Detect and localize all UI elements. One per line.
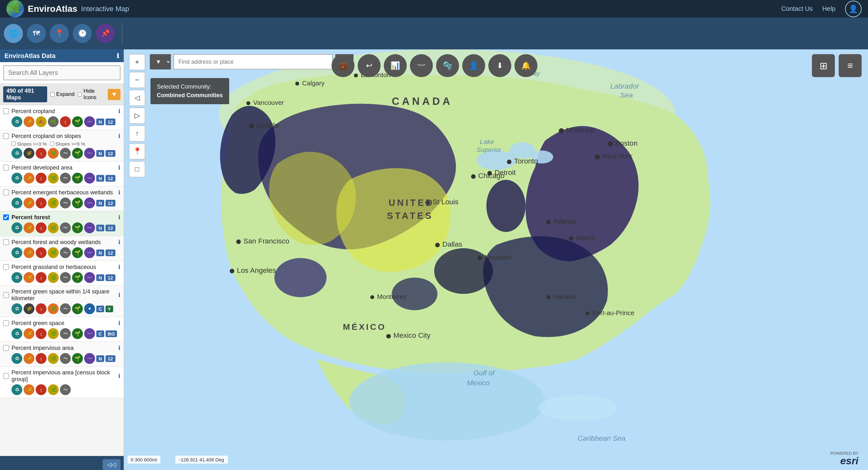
layer-icon[interactable]: 🌿 <box>48 173 59 184</box>
layer-checkbox-green-space[interactable] <box>3 320 9 326</box>
layer-info-btn[interactable]: ℹ <box>118 164 121 171</box>
layer-info-btn[interactable]: ℹ <box>118 132 121 139</box>
layer-icon[interactable]: 〜 <box>60 197 71 209</box>
layer-checkbox-green-space-quarter[interactable] <box>3 292 9 298</box>
layer-icon[interactable]: ♻ <box>11 247 22 258</box>
layer-checkbox-percent-cropland-slopes[interactable] <box>3 133 9 139</box>
layer-icon[interactable]: 〰 <box>84 197 95 209</box>
layer-icon[interactable]: 🍂 <box>36 116 46 127</box>
layer-icon[interactable]: 〰 <box>84 116 95 127</box>
layer-icon[interactable]: 🌾 <box>24 328 34 339</box>
layer-icon[interactable]: ↕ <box>36 148 46 159</box>
layer-icon[interactable]: ♻ <box>11 303 22 314</box>
layer-icon[interactable]: 🌾 <box>24 173 34 184</box>
layer-icon[interactable]: ♻ <box>11 384 22 395</box>
layer-icon[interactable]: ↕ <box>36 173 46 184</box>
layer-icon[interactable]: 🌾 <box>24 272 34 283</box>
layer-icon[interactable]: ↕ <box>36 222 46 233</box>
layer-icon[interactable]: 🌱 <box>72 222 83 233</box>
tab-globe[interactable]: 🌐 <box>4 24 23 43</box>
layer-icon[interactable]: ✦ <box>84 303 95 314</box>
help-link[interactable]: Help <box>823 5 836 12</box>
layer-checkbox-impervious[interactable] <box>3 345 9 351</box>
sidebar-collapse-btn[interactable]: ◁◁ <box>103 459 121 470</box>
alert-tool-button[interactable]: 🔔 <box>515 54 537 77</box>
layer-icon[interactable]: 🌱 <box>72 353 83 364</box>
layer-info-btn[interactable]: ℹ <box>118 214 121 221</box>
layer-icon[interactable]: ↕ <box>36 328 46 339</box>
layer-icon[interactable]: 🌱 <box>72 197 83 209</box>
nav-back-button[interactable]: ◁ <box>129 90 145 106</box>
layer-icon[interactable]: 🌱 <box>72 247 83 258</box>
layer-icon[interactable]: ♻ <box>11 116 22 127</box>
contact-link[interactable]: Contact Us <box>781 5 813 12</box>
layer-icon[interactable]: ↕ <box>60 116 71 127</box>
layer-icon[interactable]: ↕ <box>36 272 46 283</box>
layer-icon[interactable]: 〰 <box>84 222 95 233</box>
layer-icon[interactable]: 〜 <box>60 222 71 233</box>
nav-locate-button[interactable]: 📍 <box>129 144 145 159</box>
layer-icon[interactable]: 🌿 <box>48 353 59 364</box>
layer-icon[interactable]: 〜 <box>60 328 71 339</box>
layer-icon[interactable]: ↕ <box>36 353 46 364</box>
layer-icon[interactable]: 🌿 <box>48 384 59 395</box>
layer-info-btn[interactable]: ℹ <box>118 239 121 246</box>
tab-bookmark[interactable]: 📌 <box>96 24 115 43</box>
layer-icon[interactable]: 🌾 <box>24 148 34 159</box>
map-search-dropdown[interactable]: ▼ <box>150 54 171 69</box>
info-icon[interactable]: ℹ <box>117 52 119 60</box>
nav-extent-button[interactable]: □ <box>129 161 145 177</box>
layer-icon[interactable]: ↕ <box>36 197 46 209</box>
basemap-tool-button[interactable]: ⊞ <box>812 54 835 77</box>
layer-icon[interactable]: 🌱 <box>72 303 83 314</box>
layer-checkbox-forest-woody[interactable] <box>3 239 9 245</box>
filter-button[interactable]: ▼ <box>108 89 121 100</box>
layer-info-btn[interactable]: ℹ <box>118 320 121 326</box>
layer-icon[interactable]: 🌿 <box>48 247 59 258</box>
layer-checkbox-percent-developed[interactable] <box>3 165 9 170</box>
layer-icon[interactable]: ↕ <box>36 303 46 314</box>
layer-icon[interactable]: 🌾 <box>24 247 34 258</box>
layer-icon[interactable]: 🌿 <box>48 116 59 127</box>
layer-icon[interactable]: 🌾 <box>24 116 34 127</box>
layer-icon[interactable]: ♻ <box>11 222 22 233</box>
layer-icon[interactable]: ↕ <box>36 247 46 258</box>
layer-info-btn[interactable]: ℹ <box>118 108 121 115</box>
layer-icon[interactable]: 🌱 <box>72 148 83 159</box>
layer-info-btn[interactable]: ℹ <box>118 263 121 271</box>
layer-icon[interactable]: ♻ <box>11 197 22 209</box>
layers-list-button[interactable]: ≡ <box>839 54 862 77</box>
layer-icon[interactable]: 🌱 <box>72 173 83 184</box>
layer-icon[interactable]: ♻ <box>11 272 22 283</box>
layer-icon[interactable]: 〜 <box>60 148 71 159</box>
hide-icons-checkbox[interactable] <box>78 92 82 97</box>
back-tool-button[interactable]: ↩ <box>358 54 381 77</box>
layer-icon[interactable]: 🌱 <box>72 328 83 339</box>
tab-location[interactable]: 📍 <box>50 24 69 43</box>
layer-icon[interactable]: 🌾 <box>24 303 34 314</box>
profile-tool-button[interactable]: 👤 <box>462 54 485 77</box>
layer-icon[interactable]: ♻ <box>11 353 22 364</box>
layer-icon[interactable]: 🌾 <box>24 353 34 364</box>
tab-time[interactable]: 🕐 <box>73 24 92 43</box>
layer-icon[interactable]: 〜 <box>60 384 71 395</box>
layer-icon[interactable]: ↕ <box>36 384 46 395</box>
layer-icon[interactable]: 🌿 <box>48 272 59 283</box>
layer-checkbox-grassland[interactable] <box>3 264 9 270</box>
layer-icon[interactable]: 〜 <box>60 272 71 283</box>
bubble-tool-button[interactable]: 🫧 <box>436 54 459 77</box>
layer-icon[interactable]: 🌾 <box>24 197 34 209</box>
layer-icon[interactable]: 〰 <box>84 272 95 283</box>
layer-icon[interactable]: 〰 <box>84 353 95 364</box>
layer-icon[interactable]: 🌿 <box>48 328 59 339</box>
search-input[interactable] <box>3 65 121 80</box>
nav-forward-button[interactable]: ▷ <box>129 108 145 124</box>
layer-icon[interactable]: 〰 <box>84 247 95 258</box>
layer-icon[interactable]: 🌾 <box>24 222 34 233</box>
expand-label[interactable]: Expand <box>50 91 74 97</box>
layer-icon[interactable]: 〜 <box>60 353 71 364</box>
layer-icon[interactable]: 🌿 <box>48 303 59 314</box>
layer-checkbox-percent-cropland[interactable] <box>3 108 9 114</box>
expand-checkbox[interactable] <box>50 92 55 97</box>
zoom-out-button[interactable]: − <box>129 72 145 88</box>
